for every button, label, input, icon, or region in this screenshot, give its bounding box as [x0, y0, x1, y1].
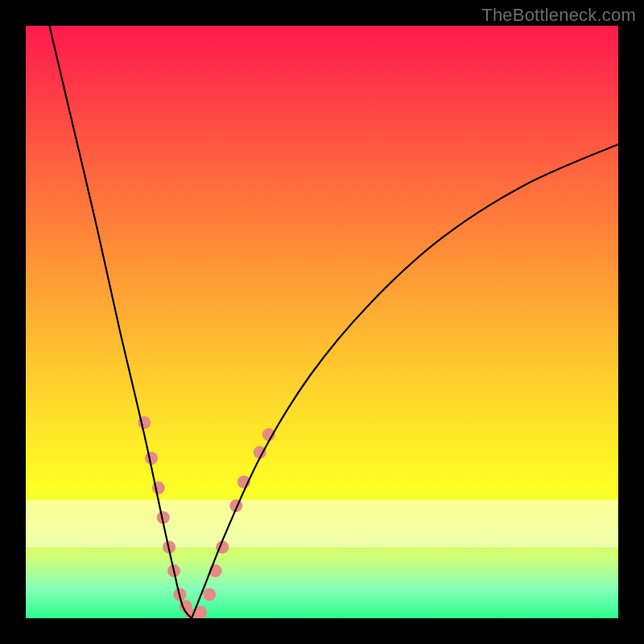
watermark-text: TheBottleneck.com — [481, 5, 636, 26]
marker-group — [138, 416, 275, 618]
chart-frame: TheBottleneck.com — [0, 0, 644, 644]
left-branch-curve — [49, 26, 192, 618]
plot-area — [26, 26, 618, 618]
curve-marker — [203, 588, 216, 601]
curve-layer — [26, 26, 618, 618]
right-branch-curve — [192, 144, 618, 618]
curve-marker — [145, 452, 158, 464]
